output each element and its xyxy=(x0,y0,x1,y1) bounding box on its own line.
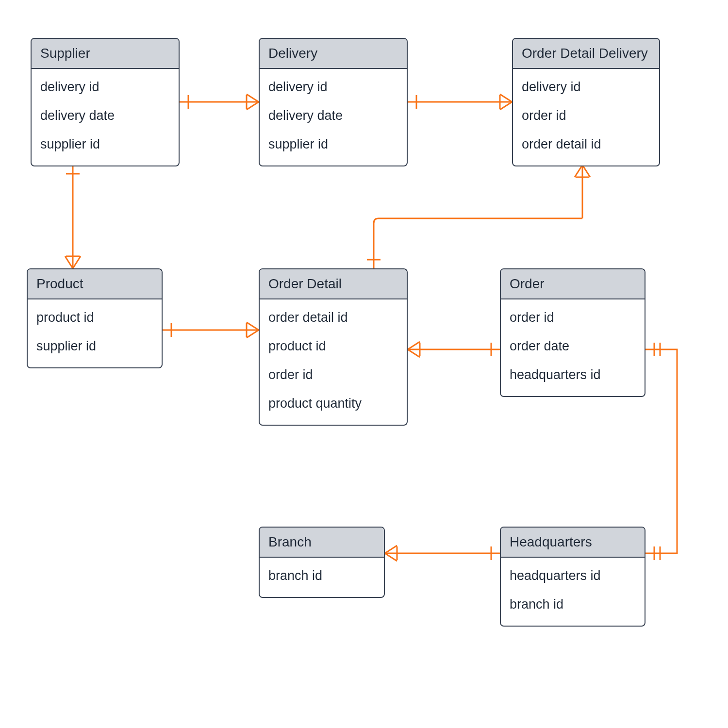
conn-branch-hq xyxy=(385,546,500,561)
entity-title: Headquarters xyxy=(501,528,645,558)
entity-order-detail-delivery: Order Detail Delivery delivery id order … xyxy=(512,38,660,166)
conn-orderdetail-odd xyxy=(367,165,590,268)
svg-line-17 xyxy=(247,322,259,330)
svg-line-2 xyxy=(247,94,259,102)
entity-branch: Branch branch id xyxy=(259,527,385,598)
entity-attr: supplier id xyxy=(36,332,153,361)
entity-attr: delivery date xyxy=(40,101,170,130)
conn-orderdetail-order xyxy=(408,342,500,357)
entity-attr: product id xyxy=(268,332,398,361)
svg-line-23 xyxy=(582,165,590,177)
entity-attr: supplier id xyxy=(268,130,398,159)
entity-supplier: Supplier delivery id delivery date suppl… xyxy=(31,38,180,166)
entity-attr: headquarters id xyxy=(510,361,636,389)
entity-order: Order order id order date headquarters i… xyxy=(500,268,645,397)
entity-headquarters: Headquarters headquarters id branch id xyxy=(500,527,645,627)
svg-line-18 xyxy=(247,330,259,338)
entity-attr: order date xyxy=(510,332,636,361)
svg-line-8 xyxy=(500,102,512,110)
entity-attr: order id xyxy=(510,303,636,332)
entity-attr: supplier id xyxy=(40,130,170,159)
entity-title: Order Detail Delivery xyxy=(513,39,659,69)
entity-attr: order detail id xyxy=(268,303,398,332)
conn-supplier-product xyxy=(65,165,81,268)
entity-title: Supplier xyxy=(32,39,179,69)
entity-title: Order xyxy=(501,269,645,299)
svg-line-13 xyxy=(73,256,81,268)
entity-attr: order detail id xyxy=(522,130,650,159)
svg-line-27 xyxy=(408,349,420,357)
svg-line-22 xyxy=(575,165,582,177)
entity-order-detail: Order Detail order detail id product id … xyxy=(259,268,408,426)
svg-line-32 xyxy=(385,553,397,561)
entity-attr: delivery id xyxy=(40,73,170,101)
svg-line-3 xyxy=(247,102,259,110)
entity-attr: branch id xyxy=(510,590,636,619)
conn-product-orderdetail xyxy=(163,322,259,338)
entity-attr: order id xyxy=(522,101,650,130)
entity-attr: delivery id xyxy=(268,73,398,101)
svg-line-26 xyxy=(408,342,420,349)
conn-supplier-delivery xyxy=(180,94,259,110)
entity-attr: delivery date xyxy=(268,101,398,130)
entity-attr: delivery id xyxy=(522,73,650,101)
svg-line-7 xyxy=(500,94,512,102)
entity-delivery: Delivery delivery id delivery date suppl… xyxy=(259,38,408,166)
svg-line-12 xyxy=(65,256,73,268)
entity-product: Product product id supplier id xyxy=(27,268,163,368)
entity-attr: product id xyxy=(36,303,153,332)
entity-title: Product xyxy=(28,269,162,299)
entity-title: Branch xyxy=(260,528,384,558)
entity-attr: headquarters id xyxy=(510,562,636,590)
entity-title: Order Detail xyxy=(260,269,407,299)
conn-delivery-odd xyxy=(408,94,512,110)
entity-attr: order id xyxy=(268,361,398,389)
svg-line-31 xyxy=(385,546,397,553)
entity-title: Delivery xyxy=(260,39,407,69)
conn-order-hq xyxy=(645,343,677,560)
entity-attr: product quantity xyxy=(268,389,398,418)
entity-attr: branch id xyxy=(268,562,375,590)
